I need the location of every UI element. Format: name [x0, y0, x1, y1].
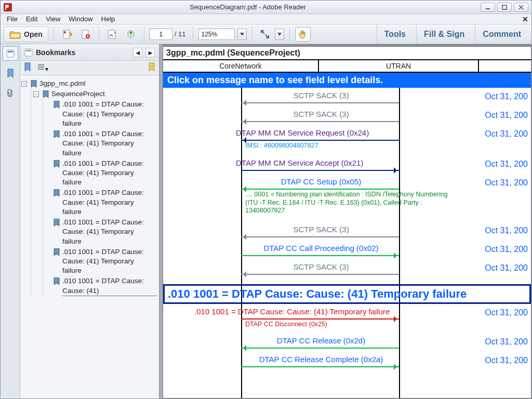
menubar: File Edit View Window Help ✕	[1, 14, 531, 24]
tree-leaf-label[interactable]: .010 1001 = DTAP Cause: Cause: (41)	[62, 276, 157, 296]
bookmark-find-icon[interactable]	[148, 62, 156, 73]
menu-edit[interactable]: Edit	[22, 14, 42, 24]
menu-file[interactable]: File	[3, 14, 22, 24]
fill-sign-pane-button[interactable]: Fill & Sign	[416, 24, 472, 44]
document-viewport[interactable]: 3gpp_mc.pdml (SequenceProject) CoreNetwo…	[163, 44, 531, 398]
bookmark-icon	[53, 277, 60, 285]
bookmarks-header: Bookmarks ◂ ▸	[20, 44, 159, 61]
open-button[interactable]: Open	[4, 26, 48, 42]
message-timestamp: Oct 31, 200	[485, 92, 528, 101]
svg-rect-11	[8, 51, 13, 52]
message-arrow	[241, 274, 399, 275]
minimize-button[interactable]	[481, 3, 495, 12]
tree-leaf-label[interactable]: .010 1001 = DTAP Cause: Cause: (41) Temp…	[62, 159, 157, 188]
message-arrow	[241, 236, 399, 237]
comment-pane-button[interactable]: Comment	[475, 24, 528, 44]
message-label[interactable]: DTAP CC Call Proceeding (0x02)	[246, 244, 396, 252]
bookmark-icon	[53, 248, 60, 256]
message-label[interactable]: DTAP MM CM Service Request (0x24)	[236, 128, 396, 137]
message-timestamp: Oct 31, 200	[485, 111, 528, 120]
message-timestamp: Oct 31, 200	[485, 178, 528, 188]
sequence-area: SCTP SACK (3)Oct 31, 200SCTP SACK (3)Oct…	[163, 88, 531, 398]
diagram-title: 3gpp_mc.pdml (SequenceProject)	[163, 47, 531, 60]
message-label[interactable]: DTAP CC Setup (0x05)	[246, 177, 396, 186]
message-label[interactable]: DTAP CC Release Complete (0x2a)	[246, 355, 396, 364]
tree-leaf-label[interactable]: .010 1001 = DTAP Cause: Cause: (41) Temp…	[62, 129, 157, 158]
message-label[interactable]: DTAP MM CM Service Accept (0x21)	[236, 158, 396, 167]
message-arrow	[241, 170, 399, 171]
message-timestamp: Oct 31, 200	[485, 159, 528, 169]
bookmarks-tree[interactable]: − 3gpp_mc.pdml − SequenceProject	[20, 75, 159, 398]
expand-toggle[interactable]: −	[33, 91, 39, 97]
message-arrow	[241, 318, 399, 320]
tools-pane-button[interactable]: Tools	[377, 24, 413, 44]
zoom-dropdown-button[interactable]	[237, 29, 247, 40]
separator	[289, 27, 290, 42]
fit-dropdown-button[interactable]	[275, 29, 284, 40]
zoom-value: 125%	[201, 31, 217, 38]
pdf-page: 3gpp_mc.pdml (SequenceProject) CoreNetwo…	[163, 46, 531, 398]
window-title: SequenceDiagram.pdf - Adobe Reader	[15, 3, 481, 11]
panel-prev-button[interactable]: ◂	[133, 48, 142, 57]
tree-leaf-label[interactable]: .010 1001 = DTAP Cause: Cause: (41) Temp…	[62, 100, 157, 128]
bookmark-options-icon[interactable]	[23, 62, 32, 73]
svg-rect-14	[38, 64, 44, 65]
close-button[interactable]	[514, 3, 528, 12]
lane-core: CoreNetwork	[163, 60, 319, 72]
maximize-button[interactable]	[497, 3, 512, 12]
bookmark-icon	[53, 189, 60, 196]
sign-button[interactable]	[104, 27, 120, 42]
message-detail: DTAP CC Disconnect (0x25)	[245, 321, 401, 328]
bookmark-icon	[53, 160, 60, 167]
menu-view[interactable]: View	[42, 14, 64, 24]
export-pdf-button[interactable]	[59, 27, 75, 42]
message-label[interactable]: SCTP SACK (3)	[246, 262, 396, 271]
bookmarks-rail-button[interactable]	[3, 66, 18, 81]
menu-window[interactable]: Window	[64, 14, 97, 24]
tree-project-label[interactable]: SequenceProject	[51, 89, 105, 99]
tree-leaf-label[interactable]: .010 1001 = DTAP Cause: Cause: (41) Temp…	[62, 218, 157, 246]
separator	[144, 27, 144, 42]
page-number-input[interactable]	[150, 29, 172, 40]
separator	[193, 27, 193, 42]
svg-rect-9	[108, 30, 115, 38]
thumbnails-rail-button[interactable]	[3, 46, 18, 61]
message-arrow	[241, 121, 399, 122]
expand-toggle[interactable]: −	[21, 81, 27, 87]
zoom-select[interactable]: 125%	[198, 29, 235, 40]
message-timestamp: Oct 31, 200	[485, 226, 528, 235]
bookmarks-toolbar: ▾	[20, 61, 159, 75]
highlight-banner: .010 1001 = DTAP Cause: Cause: (41) Temp…	[163, 284, 531, 304]
message-label[interactable]: .010 1001 = DTAP Cause: Cause: (41) Temp…	[194, 307, 469, 316]
message-label[interactable]: SCTP SACK (3)	[246, 110, 396, 118]
page-count-label: / 11	[172, 30, 188, 38]
message-timestamp: Oct 31, 200	[485, 356, 528, 365]
message-timestamp: Oct 31, 200	[485, 245, 528, 254]
fit-page-button[interactable]	[258, 27, 272, 42]
menu-help[interactable]: Help	[97, 14, 119, 24]
svg-rect-15	[38, 66, 44, 68]
create-pdf-button[interactable]	[78, 27, 94, 42]
open-label: Open	[24, 30, 43, 38]
bookmarks-title: Bookmarks	[36, 48, 75, 57]
svg-rect-2	[502, 5, 507, 9]
bookmark-settings-icon[interactable]: ▾	[37, 63, 48, 73]
attachments-rail-button[interactable]	[3, 86, 18, 100]
tree-leaf-label[interactable]: .010 1001 = DTAP Cause: Cause: (41) Temp…	[62, 247, 157, 276]
separator	[54, 27, 54, 42]
message-label[interactable]: DTAP CC Release (0x2d)	[246, 336, 396, 345]
message-label[interactable]: SCTP SACK (3)	[246, 91, 396, 100]
message-detail: .... 0001 = Numbering plan identificatio…	[245, 191, 458, 215]
panel-collapse-button[interactable]: ▸	[145, 48, 155, 57]
bookmarks-icon	[24, 48, 33, 57]
message-timestamp: Oct 31, 200	[485, 337, 528, 347]
page-navigator: / 11	[150, 29, 188, 40]
tree-root-label[interactable]: 3gpp_mc.pdml	[39, 79, 86, 88]
hand-tool-button[interactable]	[295, 27, 311, 42]
toolbar: Open / 11 125% Tools Fill & Sign Comment	[1, 24, 531, 44]
tree-leaf-label[interactable]: .010 1001 = DTAP Cause: Cause: (41) Temp…	[62, 188, 157, 217]
share-button[interactable]	[123, 27, 139, 42]
message-arrow	[241, 366, 399, 367]
document-close-button[interactable]: ✕	[522, 15, 528, 23]
message-label[interactable]: SCTP SACK (3)	[246, 225, 396, 234]
